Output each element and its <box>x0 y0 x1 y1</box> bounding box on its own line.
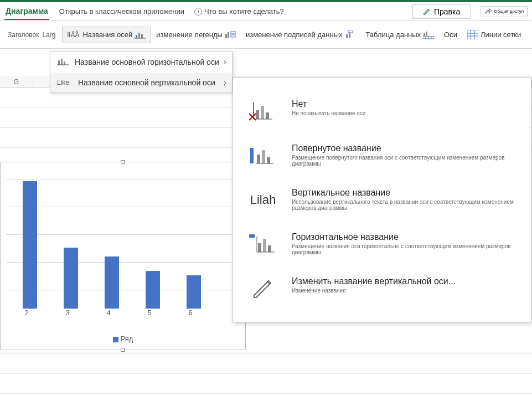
share-icon <box>484 8 492 16</box>
x-tick: 6 <box>170 309 211 322</box>
gridlines-icon <box>467 30 478 39</box>
svg-rect-4 <box>225 34 227 38</box>
svg-rect-2 <box>141 34 143 38</box>
svg-rect-6 <box>231 32 235 34</box>
axes-button[interactable]: Оси <box>440 27 462 42</box>
option-rotated-title[interactable]: Повернутое название Размещение повернуто… <box>233 134 531 178</box>
svg-rect-27 <box>256 110 259 119</box>
data-labels-icon <box>345 30 356 39</box>
axis-titles-button[interactable]: lIÄÅ Названия осей <box>62 27 151 43</box>
option-none[interactable]: Нет Не показывать название оси <box>233 89 531 134</box>
title-toolbar: Диаграмма Открыть в классическом приложе… <box>0 2 532 21</box>
svg-rect-29 <box>266 112 269 119</box>
svg-rect-17 <box>467 30 478 39</box>
embedded-chart[interactable]: 2 3 4 5 6 Ряд <box>0 162 246 350</box>
bar-3[interactable] <box>64 248 78 309</box>
tab-chart[interactable]: Диаграмма <box>4 3 49 20</box>
svg-rect-35 <box>262 150 265 163</box>
open-in-desktop-link[interactable]: Открыть в классическом приложении <box>59 7 184 16</box>
col-header-g[interactable]: G <box>0 76 33 87</box>
chart-ribbon: Заголовок Larg lIÄÅ Названия осей измене… <box>0 21 532 49</box>
tell-me-search[interactable]: Что вы хотите сделать? <box>194 7 284 16</box>
svg-rect-10 <box>348 30 353 33</box>
pencil-icon <box>423 8 431 16</box>
x-tick: 2 <box>6 309 47 322</box>
svg-rect-33 <box>250 148 254 163</box>
lightbulb-icon <box>194 8 202 16</box>
data-table-icon <box>423 30 434 39</box>
bar-4[interactable] <box>105 257 119 309</box>
svg-rect-28 <box>261 106 264 119</box>
vertical-title-glyph: Lilah <box>250 193 276 207</box>
option-horizontal-title[interactable]: Горизонтальное название Размещение назва… <box>233 222 531 266</box>
svg-rect-23 <box>61 59 63 65</box>
resize-handle-top[interactable] <box>121 160 125 164</box>
x-tick: 3 <box>47 309 88 322</box>
svg-rect-1 <box>138 33 140 38</box>
chevron-right-icon: › <box>224 78 226 88</box>
bar-2[interactable] <box>23 181 37 309</box>
data-table-button[interactable]: Таблица данных <box>361 27 439 43</box>
legend-button[interactable]: изменение легенды <box>152 27 240 43</box>
horiz-axis-icon <box>57 57 69 67</box>
svg-rect-39 <box>258 243 261 252</box>
svg-rect-41 <box>268 245 271 252</box>
svg-rect-9 <box>349 33 350 38</box>
x-axis: 2 3 4 5 6 <box>6 309 240 322</box>
svg-rect-36 <box>267 157 270 163</box>
bar-5[interactable] <box>146 271 160 309</box>
legend-icon <box>225 30 236 39</box>
horizontal-title-icon <box>249 233 277 255</box>
x-tick: 4 <box>88 309 129 322</box>
gridlines-button[interactable]: Линии сетки <box>463 27 525 43</box>
tell-me-label: Что вы хотите сделать? <box>204 7 284 16</box>
svg-rect-0 <box>136 35 137 38</box>
data-labels-button[interactable]: изменение подписей данных <box>241 27 360 43</box>
svg-rect-7 <box>231 35 235 37</box>
edit-button[interactable]: Правка <box>412 4 471 19</box>
plot-area[interactable]: 2 3 4 5 6 <box>6 168 240 322</box>
svg-rect-24 <box>64 61 65 65</box>
menu-primary-horizontal-axis-title[interactable]: Название основной горизонтальной оси › <box>50 52 232 73</box>
menu-primary-vertical-axis-title[interactable]: Like Название основной вертикальной оси … <box>50 73 232 93</box>
pencil-large-icon <box>251 276 275 301</box>
vertical-axis-title-submenu: Нет Не показывать название оси Повернуто… <box>233 78 531 322</box>
rotated-title-icon <box>249 145 277 167</box>
resize-handle-bottom[interactable] <box>121 348 125 352</box>
option-vertical-title[interactable]: Lilah Вертикальное название Использовани… <box>233 178 531 222</box>
svg-rect-5 <box>228 32 229 38</box>
svg-rect-34 <box>257 155 260 163</box>
svg-rect-38 <box>249 234 255 238</box>
svg-rect-12 <box>426 32 427 36</box>
x-tick: 5 <box>129 309 170 322</box>
svg-rect-8 <box>346 34 348 38</box>
chart-legend[interactable]: Ряд <box>1 335 245 343</box>
share-button[interactable]: Общий доступ <box>481 6 528 17</box>
chevron-right-icon: › <box>224 57 226 67</box>
svg-rect-22 <box>58 60 60 65</box>
svg-rect-40 <box>263 239 266 252</box>
none-icon <box>249 100 277 122</box>
option-edit-axis-title[interactable]: Изменить название вертикальной оси... Из… <box>233 266 531 311</box>
axis-titles-icon <box>135 30 146 39</box>
svg-rect-11 <box>423 33 425 36</box>
chart-title-button[interactable]: Заголовок Larg <box>3 28 61 42</box>
axis-titles-menu: Название основной горизонтальной оси › L… <box>50 51 233 93</box>
legend-swatch <box>113 337 118 342</box>
bar-6[interactable] <box>187 275 201 309</box>
